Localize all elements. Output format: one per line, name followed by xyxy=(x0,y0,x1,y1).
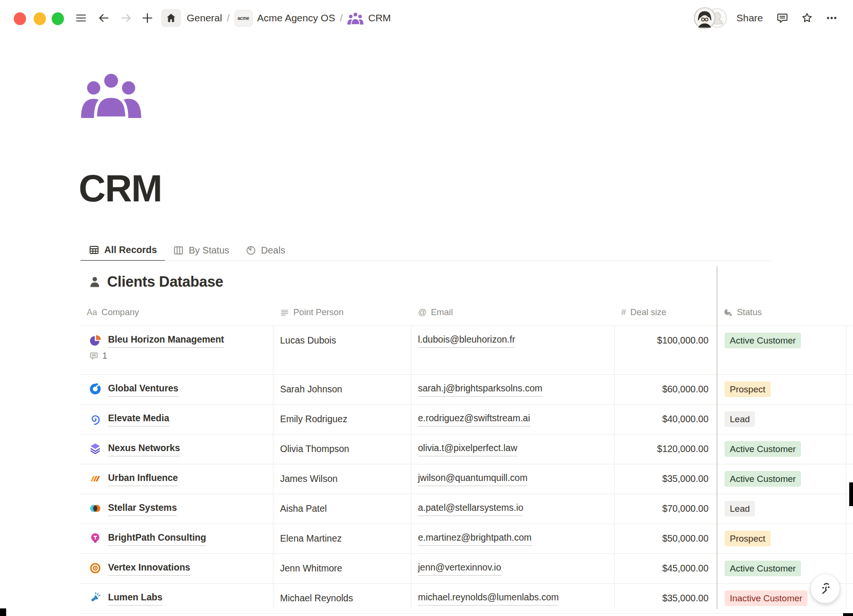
nav-back-icon[interactable] xyxy=(98,12,110,24)
deal-size-cell[interactable]: $50,000.00 xyxy=(614,524,717,553)
email-cell[interactable]: sarah.j@brightsparksolns.com xyxy=(411,375,614,404)
email-link[interactable]: e.martinez@brightpath.com xyxy=(418,530,532,546)
new-page-icon[interactable] xyxy=(141,12,154,24)
status-badge[interactable]: Lead xyxy=(725,501,755,516)
point-person-cell[interactable]: Emily Rodriguez xyxy=(273,405,411,434)
page-icon-people-group[interactable] xyxy=(81,71,141,117)
notion-ai-button[interactable] xyxy=(811,574,840,603)
status-badge[interactable]: Prospect xyxy=(725,381,771,397)
avatar[interactable] xyxy=(694,7,716,29)
breadcrumb-crm[interactable]: CRM xyxy=(368,12,391,24)
email-link[interactable]: michael.reynolds@lumenlabs.com xyxy=(418,590,559,606)
point-person-cell[interactable]: James Wilson xyxy=(273,464,411,494)
deal-size-cell[interactable]: $40,000.00 xyxy=(614,405,717,434)
point-person-cell[interactable]: Olivia Thompson xyxy=(273,435,411,464)
table-row[interactable]: Bleu Horizon Management 1 Lucas Dubois l… xyxy=(80,326,853,375)
email-link[interactable]: e.rodriguez@swiftstream.ai xyxy=(418,411,530,426)
point-person-cell[interactable]: Aisha Patel xyxy=(273,494,411,524)
company-link[interactable]: Urban Influence xyxy=(108,471,178,486)
company-link[interactable]: Nexus Networks xyxy=(108,441,180,456)
acme-workspace-icon[interactable]: acme xyxy=(235,10,253,27)
comments-icon[interactable] xyxy=(776,12,789,24)
table-row[interactable]: Nexus Networks Olivia Thompson olivia.t@… xyxy=(80,435,853,464)
tab-all-records[interactable]: All Records xyxy=(81,239,165,261)
email-link[interactable]: olivia.t@pixelperfect.law xyxy=(418,441,517,456)
company-link[interactable]: Vertex Innovations xyxy=(108,560,190,576)
email-cell[interactable]: e.rodriguez@swiftstream.ai xyxy=(411,405,614,434)
frozen-column-divider[interactable] xyxy=(717,266,717,609)
table-row[interactable]: Urban Influence James Wilson jwilson@qua… xyxy=(80,464,853,494)
point-person-cell[interactable]: Jenn Whitmore xyxy=(273,554,411,583)
column-header-point-person[interactable]: Point Person xyxy=(273,299,411,326)
column-header-email[interactable]: @ Email xyxy=(411,299,614,326)
email-link[interactable]: jwilson@quantumquill.com xyxy=(418,471,527,486)
status-badge[interactable]: Inactive Customer xyxy=(725,590,808,606)
company-cell[interactable]: BrightPath Consulting xyxy=(80,524,273,553)
favorite-star-icon[interactable] xyxy=(801,12,813,24)
breadcrumb-general[interactable]: General xyxy=(187,12,222,24)
status-cell[interactable]: Lead xyxy=(717,494,846,524)
point-person-cell[interactable]: Lucas Dubois xyxy=(273,326,411,374)
status-cell[interactable]: Prospect xyxy=(717,524,846,553)
column-header-deal-size[interactable]: # Deal size xyxy=(614,299,717,326)
company-link[interactable]: Elevate Media xyxy=(108,411,169,426)
home-button[interactable] xyxy=(161,9,181,27)
company-link[interactable]: Global Ventures xyxy=(108,381,178,397)
company-cell[interactable]: Nexus Networks xyxy=(80,435,273,464)
deal-size-cell[interactable]: $35,000.00 xyxy=(614,584,717,613)
collaborator-avatars[interactable] xyxy=(694,7,728,29)
status-cell[interactable]: Lead xyxy=(717,405,846,434)
company-cell[interactable]: Vertex Innovations xyxy=(80,554,273,583)
table-row[interactable]: Stellar Systems Aisha Patel a.patel@stel… xyxy=(80,494,853,524)
table-row[interactable]: BrightPath Consulting Elena Martinez e.m… xyxy=(80,524,853,554)
email-link[interactable]: sarah.j@brightsparksolns.com xyxy=(418,381,543,397)
point-person-cell[interactable]: Michael Reynolds xyxy=(273,584,411,613)
email-cell[interactable]: jenn@vertexinnov.io xyxy=(411,554,614,583)
more-options-icon[interactable] xyxy=(826,12,838,24)
email-link[interactable]: a.patel@stellarsystems.io xyxy=(418,500,523,516)
deal-size-cell[interactable]: $70,000.00 xyxy=(614,494,717,524)
status-badge[interactable]: Active Customer xyxy=(725,561,801,576)
company-link[interactable]: Stellar Systems xyxy=(108,500,177,516)
tab-by-status[interactable]: By Status xyxy=(165,239,237,261)
deal-size-cell[interactable]: $45,000.00 xyxy=(614,554,717,583)
email-link[interactable]: l.dubois@bleuhorizon.fr xyxy=(418,332,515,348)
deal-size-cell[interactable]: $100,000.00 xyxy=(614,326,717,374)
company-link[interactable]: Bleu Horizon Management xyxy=(108,332,224,348)
status-badge[interactable]: Active Customer xyxy=(725,471,801,487)
deal-size-cell[interactable]: $35,000.00 xyxy=(614,464,717,494)
sidebar-menu-icon[interactable] xyxy=(75,12,87,24)
table-row[interactable]: Lumen Labs Michael Reynolds michael.reyn… xyxy=(80,584,853,614)
traffic-light-close[interactable] xyxy=(14,12,26,25)
comment-count[interactable]: 1 xyxy=(89,350,107,362)
column-header-status[interactable]: Status xyxy=(717,299,846,326)
deal-size-cell[interactable]: $60,000.00 xyxy=(614,375,717,404)
traffic-light-maximize[interactable] xyxy=(52,12,64,25)
email-link[interactable]: jenn@vertexinnov.io xyxy=(418,560,501,576)
status-cell[interactable]: Active Customer xyxy=(717,464,846,494)
status-badge[interactable]: Active Customer xyxy=(725,333,801,348)
status-cell[interactable]: Prospect xyxy=(717,375,846,404)
status-cell[interactable]: Active Customer xyxy=(717,326,846,374)
share-button[interactable]: Share xyxy=(736,12,763,24)
status-badge[interactable]: Active Customer xyxy=(725,441,801,457)
table-row[interactable]: Elevate Media Emily Rodriguez e.rodrigue… xyxy=(80,405,853,435)
deal-size-cell[interactable]: $120,000.00 xyxy=(614,435,717,464)
company-link[interactable]: BrightPath Consulting xyxy=(108,530,206,546)
company-link[interactable]: Lumen Labs xyxy=(108,590,163,606)
table-row[interactable]: Global Ventures Sarah Johnson sarah.j@br… xyxy=(80,375,853,405)
company-cell[interactable]: Bleu Horizon Management 1 xyxy=(80,326,273,374)
company-cell[interactable]: Stellar Systems xyxy=(80,494,273,524)
breadcrumb-acme-agency-os[interactable]: Acme Agency OS xyxy=(257,12,336,24)
column-header-company[interactable]: Aa Company xyxy=(80,299,273,326)
page-title[interactable]: CRM xyxy=(79,170,162,207)
email-cell[interactable]: e.martinez@brightpath.com xyxy=(411,524,614,553)
email-cell[interactable]: a.patel@stellarsystems.io xyxy=(411,494,614,524)
company-cell[interactable]: Global Ventures xyxy=(80,375,273,404)
traffic-light-minimize[interactable] xyxy=(34,12,46,25)
point-person-cell[interactable]: Sarah Johnson xyxy=(273,375,411,404)
status-badge[interactable]: Prospect xyxy=(725,531,771,546)
company-cell[interactable]: Elevate Media xyxy=(80,405,273,434)
point-person-cell[interactable]: Elena Martinez xyxy=(273,524,411,553)
status-cell[interactable]: Active Customer xyxy=(717,435,846,464)
